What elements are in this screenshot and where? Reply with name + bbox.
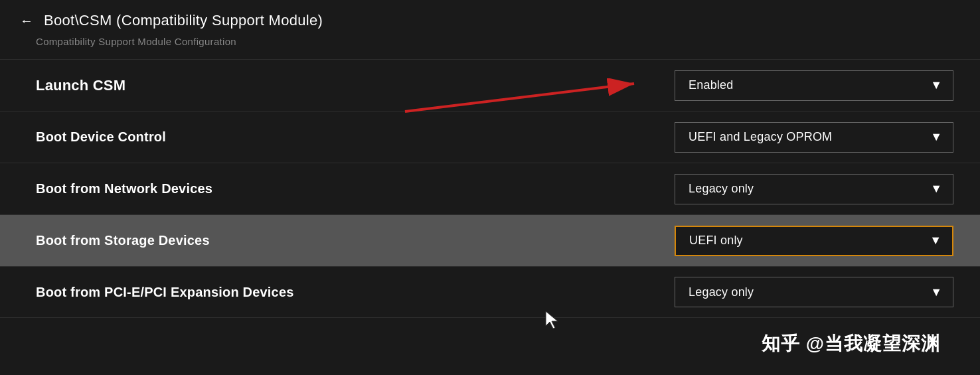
page-subtitle: Compatibility Support Module Configurati… xyxy=(0,33,980,59)
row-label-boot-network: Boot from Network Devices xyxy=(36,181,212,196)
breadcrumb-title: Boot\CSM (Compatibility Support Module) xyxy=(44,12,323,29)
header: ← Boot\CSM (Compatibility Support Module… xyxy=(0,0,980,33)
dropdown-value-launch-csm: Enabled xyxy=(689,78,733,92)
settings-row-boot-pci: Boot from PCI-E/PCI Expansion DevicesLeg… xyxy=(0,266,980,318)
dropdown-boot-pci[interactable]: Legacy only▼ xyxy=(675,277,953,307)
row-label-boot-pci: Boot from PCI-E/PCI Expansion Devices xyxy=(36,285,294,300)
dropdown-launch-csm[interactable]: Enabled▼ xyxy=(675,70,953,101)
dropdown-boot-device-control[interactable]: UEFI and Legacy OPROM▼ xyxy=(675,122,953,153)
bios-page: ← Boot\CSM (Compatibility Support Module… xyxy=(0,0,980,375)
dropdown-arrow-icon-boot-network: ▼ xyxy=(930,182,942,196)
dropdown-value-boot-network: Legacy only xyxy=(689,182,754,196)
settings-row-boot-device-control: Boot Device ControlUEFI and Legacy OPROM… xyxy=(0,111,980,163)
dropdown-boot-network[interactable]: Legacy only▼ xyxy=(675,174,953,204)
dropdown-arrow-icon-boot-storage: ▼ xyxy=(930,234,941,248)
dropdown-value-boot-storage: UEFI only xyxy=(689,234,743,248)
dropdown-value-boot-device-control: UEFI and Legacy OPROM xyxy=(689,130,832,144)
dropdown-arrow-icon-launch-csm: ▼ xyxy=(930,78,942,92)
dropdown-arrow-icon-boot-pci: ▼ xyxy=(930,285,942,299)
dropdown-value-boot-pci: Legacy only xyxy=(689,285,754,299)
row-label-boot-device-control: Boot Device Control xyxy=(36,129,166,145)
row-label-launch-csm: Launch CSM xyxy=(36,77,125,94)
back-arrow-icon[interactable]: ← xyxy=(20,13,33,29)
dropdown-arrow-icon-boot-device-control: ▼ xyxy=(930,130,942,144)
settings-row-boot-storage: Boot from Storage DevicesUEFI only▼ xyxy=(0,214,980,266)
row-label-boot-storage: Boot from Storage Devices xyxy=(36,233,210,248)
settings-row-boot-network: Boot from Network DevicesLegacy only▼ xyxy=(0,163,980,214)
settings-row-launch-csm: Launch CSMEnabled▼ xyxy=(0,59,980,111)
dropdown-boot-storage[interactable]: UEFI only▼ xyxy=(675,226,953,256)
settings-list: Launch CSMEnabled▼Boot Device ControlUEF… xyxy=(0,59,980,318)
watermark: 知乎 @当我凝望深渊 xyxy=(762,331,940,356)
